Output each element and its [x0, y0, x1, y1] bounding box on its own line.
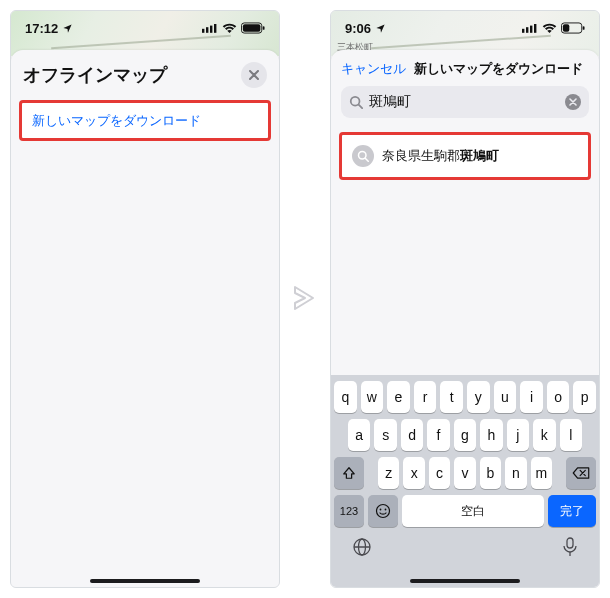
search-icon	[349, 95, 363, 109]
battery-low-icon	[561, 22, 585, 34]
key-c[interactable]: c	[429, 457, 450, 489]
key-f[interactable]: f	[427, 419, 449, 451]
clear-search-button[interactable]	[565, 94, 581, 110]
shift-key[interactable]	[334, 457, 364, 489]
key-e[interactable]: e	[387, 381, 410, 413]
globe-icon	[352, 537, 372, 557]
svg-point-18	[377, 505, 390, 518]
mode-123-key[interactable]: 123	[334, 495, 364, 527]
svg-point-19	[380, 509, 382, 511]
download-new-map-link: 新しいマップをダウンロード	[32, 113, 201, 128]
cancel-button[interactable]: キャンセル	[341, 60, 406, 78]
svg-rect-7	[522, 29, 524, 33]
key-l[interactable]: l	[560, 419, 582, 451]
globe-key[interactable]	[352, 537, 372, 557]
backspace-icon	[572, 467, 590, 479]
svg-rect-24	[567, 538, 573, 548]
location-icon	[62, 23, 73, 34]
home-indicator[interactable]	[410, 579, 520, 583]
key-m[interactable]: m	[531, 457, 552, 489]
svg-rect-1	[206, 27, 208, 33]
svg-line-15	[359, 105, 363, 109]
result-text: 奈良県生駒郡斑鳩町	[382, 147, 499, 165]
result-search-icon	[352, 145, 374, 167]
backspace-key[interactable]	[566, 457, 596, 489]
key-j[interactable]: j	[507, 419, 529, 451]
key-n[interactable]: n	[505, 457, 526, 489]
key-k[interactable]: k	[533, 419, 555, 451]
svg-rect-5	[243, 24, 261, 31]
key-y[interactable]: y	[467, 381, 490, 413]
key-q[interactable]: q	[334, 381, 357, 413]
key-o[interactable]: o	[547, 381, 570, 413]
key-h[interactable]: h	[480, 419, 502, 451]
mic-icon	[562, 537, 578, 557]
key-g[interactable]: g	[454, 419, 476, 451]
flow-arrow-icon	[288, 280, 324, 316]
cellular-icon	[522, 23, 538, 33]
wifi-icon	[542, 23, 557, 34]
phone-right: 三本松町 9:06 キャンセル 新しいマップをダウンロード 斑鳩	[330, 10, 600, 588]
key-w[interactable]: w	[361, 381, 384, 413]
key-b[interactable]: b	[480, 457, 501, 489]
close-button[interactable]	[241, 62, 267, 88]
key-v[interactable]: v	[454, 457, 475, 489]
svg-line-17	[365, 158, 368, 161]
svg-rect-10	[534, 24, 536, 33]
status-time: 9:06	[345, 21, 371, 36]
nav-title: 新しいマップをダウンロード	[414, 60, 589, 78]
key-z[interactable]: z	[378, 457, 399, 489]
cellular-icon	[202, 23, 218, 33]
phone-left: 17:12 オフラインマップ 新しいマップをダウンロード	[10, 10, 280, 588]
svg-rect-3	[214, 24, 216, 33]
status-time: 17:12	[25, 21, 58, 36]
svg-rect-6	[263, 26, 265, 30]
search-input[interactable]: 斑鳩町	[341, 86, 589, 118]
svg-rect-12	[563, 24, 569, 31]
done-key[interactable]: 完了	[548, 495, 596, 527]
close-icon	[249, 70, 259, 80]
key-p[interactable]: p	[573, 381, 596, 413]
search-value: 斑鳩町	[369, 93, 559, 111]
svg-point-20	[385, 509, 387, 511]
emoji-key[interactable]	[368, 495, 398, 527]
svg-rect-13	[583, 26, 585, 30]
keyboard: qwertyuiop asdfghjkl zxcvbnm 123	[331, 375, 599, 587]
space-key[interactable]: 空白	[402, 495, 544, 527]
key-x[interactable]: x	[403, 457, 424, 489]
key-u[interactable]: u	[494, 381, 517, 413]
key-a[interactable]: a	[348, 419, 370, 451]
svg-rect-0	[202, 29, 204, 33]
svg-rect-2	[210, 26, 212, 33]
key-s[interactable]: s	[374, 419, 396, 451]
key-r[interactable]: r	[414, 381, 437, 413]
location-icon	[375, 23, 386, 34]
download-search-sheet: キャンセル 新しいマップをダウンロード 斑鳩町 奈良県生駒郡斑鳩町	[331, 50, 599, 587]
search-result-row[interactable]: 奈良県生駒郡斑鳩町	[339, 132, 591, 180]
close-icon	[569, 98, 577, 106]
status-bar: 17:12	[11, 11, 279, 45]
sheet-title: オフラインマップ	[23, 63, 167, 87]
battery-full-icon	[241, 22, 265, 34]
key-i[interactable]: i	[520, 381, 543, 413]
shift-icon	[342, 466, 356, 480]
download-new-map-row[interactable]: 新しいマップをダウンロード	[19, 100, 271, 141]
emoji-icon	[375, 503, 391, 519]
key-t[interactable]: t	[440, 381, 463, 413]
svg-rect-8	[526, 27, 528, 33]
home-indicator[interactable]	[90, 579, 200, 583]
offline-maps-sheet: オフラインマップ 新しいマップをダウンロード	[11, 50, 279, 587]
wifi-icon	[222, 23, 237, 34]
svg-rect-9	[530, 26, 532, 33]
mic-key[interactable]	[562, 537, 578, 557]
status-bar: 9:06	[331, 11, 599, 45]
key-d[interactable]: d	[401, 419, 423, 451]
